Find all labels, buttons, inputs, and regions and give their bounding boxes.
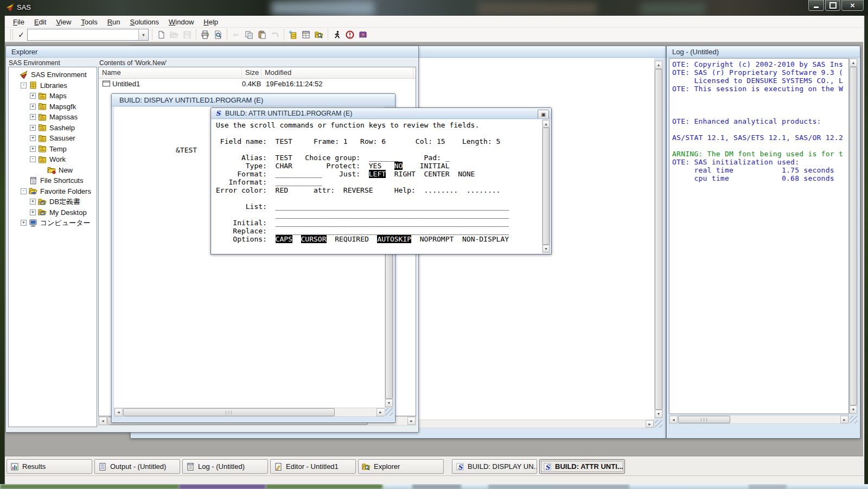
window-titlebar[interactable]: SAS ×: [0, 0, 868, 16]
option-left-selected[interactable]: LEFT: [369, 170, 386, 178]
tree-item-new[interactable]: +New: [9, 165, 97, 176]
expand-icon[interactable]: +: [30, 135, 36, 141]
menu-item-window[interactable]: Window: [164, 17, 199, 27]
scroll-left-icon[interactable]: ◄: [669, 416, 678, 423]
tree-item-mapsgfk[interactable]: +Mapsgfk: [9, 101, 97, 112]
toolbar-gripper[interactable]: [10, 29, 13, 40]
expand-icon[interactable]: +: [30, 125, 36, 131]
column-header-name[interactable]: Name: [99, 67, 242, 78]
tree-item-item[interactable]: +コンピューター: [9, 218, 97, 228]
scrollbar-thumb[interactable]: [655, 69, 662, 410]
toolbar-print-preview-button[interactable]: [212, 29, 225, 41]
toolbar-new-library-button[interactable]: [286, 29, 299, 41]
tree-item-maps[interactable]: +Maps: [9, 91, 97, 101]
menu-item-view[interactable]: View: [51, 17, 76, 27]
window-bar-button-build-display-un[interactable]: SBUILD: DISPLAY UN...: [452, 459, 537, 474]
scrollbar-thumb[interactable]: |||: [678, 416, 730, 423]
scroll-down-icon[interactable]: ▼: [850, 405, 857, 414]
window-bar-button-results[interactable]: Results: [7, 459, 92, 474]
option-caps-selected[interactable]: CAPS: [276, 235, 292, 243]
scrollbar-thumb[interactable]: [850, 67, 857, 405]
column-header-modified[interactable]: Modified: [261, 67, 413, 78]
toolbar-help-book-button[interactable]: ?: [356, 29, 369, 41]
dialog-close-button[interactable]: ▣: [538, 110, 549, 119]
build-display-titlebar[interactable]: BUILD: DISPLAY UNTITLED1.PROGRAM (E): [112, 94, 395, 106]
expand-icon[interactable]: +: [30, 114, 36, 120]
expand-icon[interactable]: +: [30, 93, 36, 99]
field-text[interactable]: &TEST: [176, 146, 197, 154]
resize-grip[interactable]: [655, 420, 662, 428]
tree-item-my-desktop[interactable]: +My Desktop: [9, 207, 97, 218]
dialog-vertical-scrollbar[interactable]: ▲ ▼: [542, 119, 550, 253]
maximize-button[interactable]: [825, 0, 840, 11]
scroll-left-icon[interactable]: ◄: [99, 417, 107, 425]
window-bar-button-output-untitled[interactable]: Output - (Untitled): [94, 459, 180, 474]
scroll-up-icon[interactable]: ▲: [542, 120, 550, 128]
tree-item-sasuser[interactable]: +Sasuser: [9, 133, 97, 144]
tree-item-sas-environment[interactable]: +SAS Environment: [9, 69, 97, 80]
log-vertical-scrollbar[interactable]: ▲ ▼: [849, 58, 858, 414]
command-input[interactable]: [28, 29, 138, 40]
expand-icon[interactable]: +: [30, 209, 36, 215]
expand-icon[interactable]: +: [30, 146, 36, 152]
display-horizontal-scrollbar[interactable]: ◄ ||| ►: [114, 408, 385, 417]
option-autoskip-selected[interactable]: AUTOSKIP: [377, 235, 411, 243]
toolbar-break-button[interactable]: [343, 29, 356, 41]
scroll-up-icon[interactable]: ▲: [850, 59, 857, 67]
scroll-down-icon[interactable]: ▼: [542, 245, 550, 252]
toolbar-run-button[interactable]: [330, 29, 343, 41]
scroll-down-icon[interactable]: ▼: [655, 410, 662, 418]
expand-icon[interactable]: +: [30, 104, 36, 110]
tree-item-favorite-folders[interactable]: -Favorite Folders: [9, 186, 97, 197]
toolbar-registry-button[interactable]: [299, 29, 312, 41]
scroll-left-icon[interactable]: ◄: [114, 408, 123, 416]
scroll-up-icon[interactable]: ▲: [655, 61, 662, 69]
minimize-button[interactable]: [808, 0, 824, 11]
scroll-right-icon[interactable]: ►: [840, 416, 848, 423]
scroll-right-icon[interactable]: ►: [376, 408, 385, 416]
command-dropdown-button[interactable]: ▼: [138, 29, 148, 40]
build-attr-titlebar[interactable]: S BUILD: ATTR UNTITLED1.PROGRAM (E) ▣: [211, 108, 551, 119]
toolbar-new-file-button[interactable]: [155, 29, 168, 41]
scrollbar-thumb[interactable]: |||: [123, 408, 335, 416]
editor-vertical-scrollbar[interactable]: ▲ ▼: [654, 60, 663, 418]
log-window-titlebar[interactable]: Log - (Untitled): [667, 46, 860, 58]
collapse-icon[interactable]: -: [30, 156, 36, 162]
attr-dialog-content[interactable]: Use the scroll commands or function keys…: [212, 119, 542, 253]
column-header-size[interactable]: Size: [242, 67, 261, 78]
toolbar-paste-button[interactable]: [256, 29, 269, 41]
tree-item-file-shortcuts[interactable]: +File Shortcuts: [9, 175, 97, 186]
resize-grip[interactable]: [385, 408, 393, 416]
command-check-button[interactable]: ✓: [15, 29, 27, 41]
tree-item-work[interactable]: -Work: [9, 154, 97, 165]
window-bar-button-build-attr-unti[interactable]: SBUILD: ATTR UNTI...: [539, 459, 625, 474]
collapse-icon[interactable]: -: [21, 188, 27, 194]
resize-grip[interactable]: [850, 416, 858, 423]
tree-item-temp[interactable]: +Temp: [9, 144, 97, 155]
option-cursor-selected[interactable]: CURSOR: [301, 235, 327, 243]
toolbar-print-button[interactable]: [199, 29, 212, 41]
option-no-selected[interactable]: NO: [394, 162, 403, 170]
tree-item-db[interactable]: +DB定義書: [9, 196, 97, 207]
menu-item-edit[interactable]: Edit: [29, 17, 51, 27]
window-bar-button-editor-untitled1[interactable]: Editor - Untitled1: [270, 459, 356, 474]
tree-item-mapssas[interactable]: +Mapssas: [9, 112, 97, 123]
menu-item-solutions[interactable]: Solutions: [125, 17, 164, 27]
scroll-right-icon[interactable]: ►: [407, 417, 416, 425]
log-horizontal-scrollbar[interactable]: ◄ ||| ►: [669, 415, 849, 424]
menu-item-help[interactable]: Help: [199, 17, 223, 27]
window-bar-button-explorer[interactable]: Explorer: [358, 459, 444, 474]
scrollbar-thumb[interactable]: [542, 128, 550, 245]
explorer-window-titlebar[interactable]: Explorer: [6, 46, 418, 58]
scroll-right-icon[interactable]: ►: [646, 420, 654, 428]
tree-item-libraries[interactable]: -Libraries: [9, 80, 97, 91]
menu-item-file[interactable]: File: [8, 17, 29, 27]
toolbar-search-folder-button[interactable]: [312, 29, 326, 41]
menu-item-run[interactable]: Run: [103, 17, 125, 27]
scroll-down-icon[interactable]: ▼: [385, 399, 393, 407]
window-bar-button-log-untitled[interactable]: Log - (Untitled): [182, 459, 268, 474]
toolbar-copy-button[interactable]: [242, 29, 256, 41]
table-row[interactable]: Untitled10.4KB19Feb16:11:24:52: [99, 78, 416, 89]
tree-item-sashelp[interactable]: +Sashelp: [9, 123, 97, 134]
close-button[interactable]: ×: [841, 0, 864, 11]
